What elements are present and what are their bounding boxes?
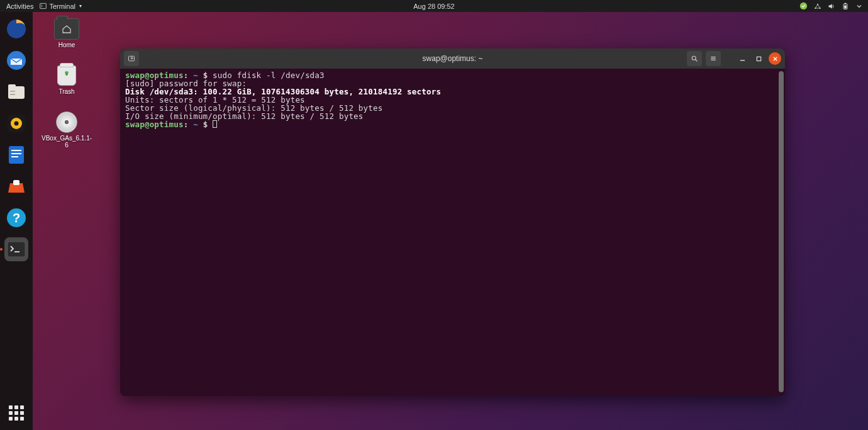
desktop-icon-trash[interactable]: Trash: [42, 65, 92, 95]
prompt-user: swap@optimus: [125, 120, 184, 129]
top-panel: Activities Terminal ▾ Aug 28 09:52: [0, 0, 868, 12]
svg-rect-20: [11, 156, 18, 157]
svg-rect-25: [14, 251, 19, 252]
dock-item-thunderbird[interactable]: [4, 48, 28, 72]
new-tab-button[interactable]: [124, 51, 139, 66]
svg-rect-0: [40, 3, 47, 8]
terminal-window: swap@optimus: ~ swap@optimus: ~ $ sudo f…: [120, 48, 785, 396]
disc-icon: [7, 271, 26, 290]
disc-icon: [56, 111, 77, 133]
svg-point-29: [692, 56, 696, 60]
update-ok-icon[interactable]: [799, 2, 808, 10]
cursor: [213, 120, 217, 128]
svg-rect-31: [711, 58, 716, 59]
dock-item-software[interactable]: [4, 174, 28, 198]
prompt-dollar: $: [198, 120, 213, 129]
window-title: swap@optimus: ~: [423, 54, 483, 63]
svg-rect-11: [8, 84, 16, 88]
svg-rect-28: [131, 57, 132, 60]
prompt-path: ~: [193, 120, 198, 129]
svg-point-16: [14, 122, 19, 126]
terminal-menu-button[interactable]: [706, 51, 721, 66]
terminal-header: swap@optimus: ~: [120, 48, 785, 69]
svg-rect-30: [711, 57, 716, 57]
svg-rect-7: [844, 5, 847, 8]
desktop-icon-home[interactable]: Home: [42, 18, 92, 48]
network-icon[interactable]: [814, 3, 821, 10]
svg-rect-34: [757, 57, 760, 60]
terminal-scrollbar[interactable]: [779, 71, 784, 392]
svg-rect-21: [13, 180, 19, 185]
system-caret-icon[interactable]: [855, 3, 863, 10]
folder-icon: [54, 18, 79, 40]
desktop-icon-label: Home: [42, 42, 92, 48]
app-menu-label: Terminal: [49, 3, 75, 10]
dock-item-help[interactable]: ?: [4, 206, 28, 230]
activities-button[interactable]: Activities: [6, 3, 33, 10]
svg-rect-26: [129, 56, 135, 61]
svg-rect-32: [711, 60, 716, 60]
show-applications-button[interactable]: [7, 404, 26, 422]
svg-rect-24: [8, 242, 25, 257]
dock-item-files[interactable]: [4, 80, 28, 104]
terminal-body[interactable]: swap@optimus: ~ $ sudo fdisk -l /dev/sda…: [120, 69, 785, 396]
dock-item-rhythmbox[interactable]: [4, 111, 28, 135]
caret-down-icon: ▾: [79, 3, 82, 9]
dock-item-disc[interactable]: [4, 269, 28, 293]
svg-rect-33: [740, 60, 744, 60]
dock: ?: [0, 12, 33, 430]
terminal-icon: [40, 3, 47, 9]
svg-rect-13: [10, 94, 15, 95]
app-menu[interactable]: Terminal ▾: [40, 3, 82, 10]
dock-item-writer[interactable]: [4, 143, 28, 167]
desktop-icon-label: Trash: [42, 88, 92, 95]
svg-rect-6: [845, 3, 847, 4]
volume-icon[interactable]: [828, 3, 835, 10]
svg-rect-12: [10, 91, 15, 92]
desktop-icon-disc[interactable]: VBox_GAs_6.1.1-6: [42, 111, 92, 149]
terminal-output-line: I/O size (minimum/optimal): 512 bytes / …: [125, 112, 780, 120]
trash-icon: [57, 65, 76, 86]
svg-rect-17: [9, 146, 24, 164]
desktop-icon-label: VBox_GAs_6.1.1-6: [42, 135, 92, 149]
dock-item-terminal[interactable]: [4, 237, 28, 261]
clock[interactable]: Aug 28 09:52: [413, 3, 454, 10]
battery-icon[interactable]: [842, 3, 849, 10]
svg-rect-19: [11, 153, 21, 154]
window-maximize-button[interactable]: [752, 52, 765, 65]
svg-text:?: ?: [13, 211, 20, 225]
svg-rect-18: [11, 150, 21, 151]
window-close-button[interactable]: [769, 52, 781, 65]
dock-item-firefox[interactable]: [4, 17, 28, 41]
prompt-sep: :: [184, 120, 193, 129]
terminal-search-button[interactable]: [687, 51, 702, 66]
window-minimize-button[interactable]: [736, 52, 748, 65]
